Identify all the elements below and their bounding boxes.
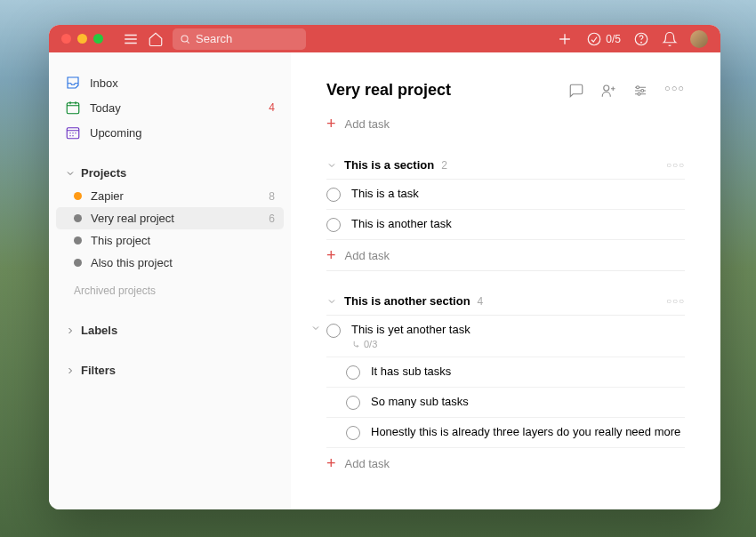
avatar[interactable] [690, 30, 708, 48]
project-label: This project [91, 234, 266, 247]
page-title: Very real project [326, 81, 568, 100]
task-row[interactable]: This is yet another task 0/3 [326, 316, 685, 357]
search-input[interactable] [196, 32, 299, 45]
window-close[interactable] [61, 34, 71, 44]
project-dot-icon [74, 214, 82, 222]
filters-header[interactable]: Filters [56, 358, 284, 382]
add-task-label: Add task [345, 117, 390, 131]
more-icon[interactable]: ○○○ [664, 83, 685, 99]
sidebar-item-inbox[interactable]: Inbox [56, 70, 284, 95]
sidebar-item-label: Upcoming [90, 126, 266, 140]
chevron-down-icon [326, 296, 337, 307]
view-options-icon[interactable] [632, 83, 648, 99]
section-header[interactable]: This is a section 2 ○○○ [326, 155, 685, 180]
home-icon[interactable] [148, 31, 164, 47]
svg-rect-10 [67, 103, 79, 114]
project-item[interactable]: Also this project [56, 252, 284, 274]
task-checkbox[interactable] [326, 188, 341, 202]
plus-icon: + [326, 116, 336, 132]
projects-label: Projects [81, 166, 126, 180]
svg-point-27 [637, 85, 639, 88]
svg-point-9 [641, 42, 642, 43]
task-row[interactable]: This is another task [326, 210, 685, 240]
task-checkbox[interactable] [326, 218, 341, 232]
chevron-right-icon [65, 365, 76, 376]
inbox-icon [65, 75, 81, 91]
task-checkbox[interactable] [346, 426, 360, 440]
section-header[interactable]: This is another section 4 ○○○ [326, 291, 685, 316]
chevron-right-icon [65, 325, 76, 336]
help-icon[interactable] [633, 31, 649, 47]
project-dot-icon [74, 192, 82, 200]
project-item[interactable]: Very real project 6 [56, 207, 284, 229]
labels-label: Labels [81, 324, 117, 337]
project-label: Very real project [91, 212, 260, 225]
quick-add-icon[interactable] [556, 30, 574, 48]
task-row[interactable]: This is a task [326, 180, 685, 210]
svg-line-4 [187, 41, 189, 43]
svg-point-21 [604, 85, 609, 91]
svg-point-28 [641, 89, 644, 92]
section-title: This is a section [344, 158, 434, 172]
task-title: This is another task [351, 217, 685, 230]
task-title: This is yet another task [351, 323, 685, 336]
task-title: Honestly this is already three layers do… [371, 425, 685, 438]
svg-point-7 [589, 33, 601, 45]
task-checkbox[interactable] [326, 324, 341, 338]
titlebar: 0/5 [49, 25, 720, 52]
task-title: This is a task [351, 187, 685, 200]
project-count: 6 [269, 212, 275, 225]
add-task-label: Add task [345, 457, 390, 470]
filters-label: Filters [81, 364, 116, 377]
project-dot-icon [74, 259, 82, 267]
add-task-section[interactable]: + Add task [326, 448, 685, 478]
project-label: Also this project [91, 256, 266, 269]
search-icon [180, 33, 190, 45]
productivity-button[interactable]: 0/5 [586, 31, 621, 47]
projects-header[interactable]: Projects [56, 161, 284, 185]
task-row[interactable]: So many sub tasks [326, 388, 685, 418]
task-section: This is another section 4 ○○○ This is ye… [326, 291, 685, 478]
add-task-top[interactable]: + Add task [326, 112, 685, 135]
project-label: Zapier [91, 189, 260, 203]
sidebar: Inbox Today 4 Upcoming Projects Zapier 8… [49, 52, 291, 509]
comments-icon[interactable] [568, 83, 584, 99]
share-icon[interactable] [600, 83, 616, 99]
task-row[interactable]: Honestly this is already three layers do… [326, 418, 685, 448]
chevron-down-icon [326, 160, 337, 171]
plus-icon: + [326, 247, 336, 263]
plus-icon: + [326, 455, 336, 471]
section-more-icon[interactable]: ○○○ [666, 160, 685, 170]
task-checkbox[interactable] [346, 396, 360, 410]
labels-header[interactable]: Labels [56, 318, 284, 342]
window-maximize[interactable] [93, 34, 103, 44]
project-item[interactable]: Zapier 8 [56, 185, 284, 207]
productivity-count: 0/5 [606, 33, 621, 45]
svg-point-3 [181, 35, 188, 41]
traffic-lights [61, 34, 103, 44]
task-row[interactable]: It has sub tasks [326, 357, 685, 388]
sidebar-item-today[interactable]: Today 4 [56, 95, 284, 120]
section-more-icon[interactable]: ○○○ [666, 296, 685, 306]
sidebar-item-label: Today [90, 101, 260, 115]
productivity-icon [586, 31, 602, 47]
menu-icon[interactable] [123, 31, 139, 47]
notifications-icon[interactable] [662, 31, 678, 47]
task-section: This is a section 2 ○○○ This is a task T… [326, 155, 685, 271]
window-minimize[interactable] [77, 34, 87, 44]
add-task-section[interactable]: + Add task [326, 240, 685, 270]
today-icon [65, 100, 81, 116]
project-item[interactable]: This project [56, 229, 284, 252]
project-count: 8 [269, 190, 275, 203]
sidebar-item-label: Inbox [90, 76, 266, 90]
sidebar-item-count: 4 [269, 101, 275, 114]
archived-projects[interactable]: Archived projects [56, 279, 284, 302]
sidebar-item-upcoming[interactable]: Upcoming [56, 120, 284, 145]
section-title: This is another section [344, 294, 470, 308]
add-task-label: Add task [345, 249, 390, 262]
app-window: 0/5 Inbox Today 4 Upcoming Projects Zapi… [49, 25, 720, 509]
task-checkbox[interactable] [346, 365, 360, 380]
section-count: 4 [478, 295, 484, 308]
search-box[interactable] [173, 28, 306, 50]
chevron-down-icon[interactable] [310, 323, 321, 333]
